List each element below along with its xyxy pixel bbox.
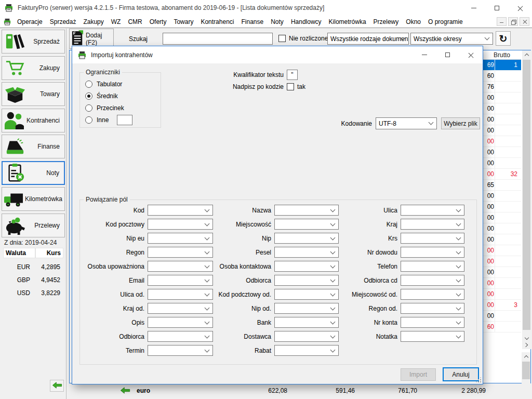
collapse-sidebar-button[interactable] — [50, 380, 64, 392]
radio-button[interactable] — [85, 92, 92, 100]
table-row[interactable]: 691 — [483, 60, 521, 71]
sidebar-item-kilometrwka[interactable]: Kilometrówka — [2, 187, 65, 211]
menu-item-wz[interactable]: WZ — [108, 16, 125, 28]
menu-item-operacje[interactable]: Operacje — [14, 16, 46, 28]
mapping-select-odbiorca[interactable] — [148, 331, 213, 342]
sidebar-item-przelewy[interactable]: Przelewy — [2, 214, 65, 237]
mapping-select-miejscowo-[interactable] — [274, 219, 339, 230]
sidebar-item-towary[interactable]: Towary — [2, 82, 65, 106]
table-row[interactable]: 00 — [483, 289, 521, 300]
mapping-select-nip[interactable] — [274, 233, 339, 244]
mdi-close-button[interactable] — [520, 17, 529, 26]
mapping-select-telefon[interactable] — [401, 261, 464, 272]
overwrite-checkbox[interactable] — [287, 83, 294, 90]
mapping-select-opis[interactable] — [148, 317, 213, 328]
dialog-minimize-button[interactable] — [413, 46, 436, 63]
menu-item-okno[interactable]: Okno — [402, 16, 424, 28]
mapping-select-nr-konta[interactable] — [401, 317, 464, 328]
mapping-select-kod-pocztowy[interactable] — [148, 219, 213, 230]
menu-item-noty[interactable]: Noty — [267, 16, 287, 28]
mapping-select-kraj[interactable] — [401, 219, 464, 230]
mapping-select-ulica-od-[interactable] — [148, 289, 213, 300]
mapping-select-odbiorca-cd[interactable] — [401, 275, 464, 286]
sidebar-item-kontrahenci[interactable]: Kontrahenci — [2, 109, 65, 132]
table-row[interactable]: 00 — [483, 114, 521, 125]
table-row[interactable]: 00 — [483, 158, 521, 169]
table-row[interactable]: 00 — [483, 223, 521, 234]
table-row[interactable]: 00 — [483, 147, 521, 158]
scroll-up-button[interactable] — [522, 50, 531, 59]
mapping-select-nip-od-[interactable] — [274, 303, 339, 314]
mdi-restore-button[interactable] — [508, 17, 518, 26]
table-row[interactable]: 00 — [483, 278, 521, 289]
mapping-select-pesel[interactable] — [274, 247, 339, 258]
scroll-up-button[interactable] — [522, 352, 530, 361]
menu-item-finanse[interactable]: Finanse — [237, 16, 267, 28]
maximize-button[interactable] — [485, 0, 509, 16]
document-type-select[interactable]: Wszystkie rodzaje dokumentó — [327, 33, 409, 45]
sidebar-item-finanse[interactable]: Finanse — [2, 135, 65, 158]
dialog-maximize-button[interactable] — [436, 46, 459, 63]
minimize-button[interactable] — [462, 0, 485, 16]
other-delimiter-input[interactable] — [117, 115, 132, 125]
scroll-right-button[interactable] — [522, 340, 531, 349]
menu-item-o-programie[interactable]: O programie — [424, 16, 467, 28]
delimiter-option-przecinek[interactable]: Przecinek — [85, 103, 124, 113]
radio-button[interactable] — [85, 116, 92, 124]
menu-item-sprzeda-[interactable]: Sprzedaż — [46, 16, 80, 28]
sidebar-item-sprzeda[interactable]: Sprzedaż — [2, 30, 65, 54]
table-row[interactable]: 60 — [483, 322, 521, 332]
table-row[interactable]: 00 — [483, 191, 521, 202]
table-row[interactable]: 003 — [483, 300, 521, 311]
menu-item-kilometr-wka[interactable]: Kilometrówka — [325, 16, 370, 28]
mapping-select-bank[interactable] — [274, 317, 339, 328]
table-row[interactable]: 00 — [483, 136, 521, 147]
table-row[interactable]: 00 — [483, 212, 521, 223]
table-row[interactable]: 00 — [483, 92, 521, 103]
radio-button[interactable] — [85, 104, 92, 112]
table-row[interactable]: 00 — [483, 125, 521, 136]
mapping-select-kraj-od-[interactable] — [148, 303, 213, 314]
menu-item-zakupy[interactable]: Zakupy — [79, 16, 107, 28]
mapping-select-nazwa[interactable] — [274, 205, 339, 216]
delimiter-option-inne[interactable]: Inne — [85, 115, 132, 125]
mapping-select-krs[interactable] — [401, 233, 464, 244]
table-row[interactable]: 00 — [483, 256, 521, 267]
table-row[interactable]: 00 — [483, 267, 521, 278]
radio-button[interactable] — [85, 81, 92, 88]
mapping-select-osoba-kontaktowa[interactable] — [274, 261, 339, 272]
mapping-select-termin[interactable] — [148, 345, 213, 356]
dialog-title-bar[interactable]: Importuj kontrahentów — [72, 46, 483, 63]
menu-item-oferty[interactable]: Oferty — [146, 16, 170, 28]
mapping-select-kod-podcztowy-od-[interactable] — [274, 289, 339, 300]
table-row[interactable]: 00 — [483, 234, 521, 245]
refresh-button[interactable] — [496, 31, 511, 46]
summary-arrow-button[interactable] — [118, 386, 131, 396]
table-row[interactable]: 65 — [483, 180, 521, 191]
table-row[interactable]: 00 — [483, 245, 521, 256]
menu-item-cmr[interactable]: CMR — [124, 16, 145, 28]
table-row[interactable]: 76 — [483, 82, 521, 92]
brutto-column-header[interactable]: Brutto — [483, 50, 521, 60]
dialog-close-button[interactable] — [459, 46, 483, 63]
scrollbar-thumb[interactable] — [523, 60, 530, 330]
delimiter-option-tabulator[interactable]: Tabulator — [85, 79, 122, 89]
mapping-select-regon[interactable] — [148, 247, 213, 258]
close-button[interactable] — [509, 0, 532, 16]
encoding-select[interactable]: UTF-8 — [376, 117, 437, 129]
menu-item-towary[interactable]: Towary — [170, 16, 197, 28]
import-button[interactable]: Import — [401, 368, 436, 381]
period-select[interactable]: Wszystkie okresy — [410, 33, 493, 45]
cancel-button[interactable]: Anuluj — [443, 367, 479, 381]
mapping-select-odbiorca[interactable] — [274, 275, 339, 286]
mapping-select-ulica[interactable] — [401, 205, 464, 216]
text-qualifier-input[interactable]: " — [287, 70, 298, 80]
unsettled-checkbox[interactable] — [278, 35, 286, 42]
table-row[interactable]: 00 — [483, 311, 521, 322]
mapping-select-kod[interactable] — [148, 205, 213, 216]
mapping-select-notatka[interactable] — [401, 331, 464, 342]
mdi-minimize-button[interactable] — [497, 17, 507, 26]
table-row[interactable]: 60 — [483, 71, 521, 82]
mapping-select-regon-od-[interactable] — [401, 303, 464, 314]
sidebar-item-noty[interactable]: Noty — [2, 161, 65, 185]
